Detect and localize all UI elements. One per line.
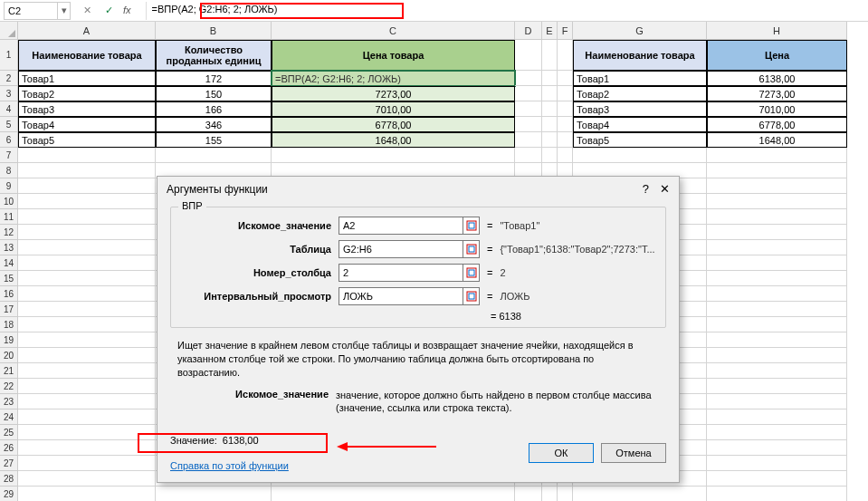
- cell-H4[interactable]: 7010,00: [707, 101, 847, 117]
- cell-A6[interactable]: Товар5: [18, 132, 156, 148]
- cell-F7[interactable]: [558, 148, 573, 163]
- row-header-10[interactable]: 10: [0, 194, 18, 209]
- row-header-13[interactable]: 13: [0, 240, 18, 255]
- cell-A28[interactable]: [18, 471, 156, 487]
- formula-input[interactable]: =ВПР(A2; G2:H6; 2; ЛОЖЬ): [146, 2, 868, 20]
- cell-H24[interactable]: [707, 409, 847, 425]
- cell-A17[interactable]: [18, 302, 156, 317]
- row-header-26[interactable]: 26: [0, 440, 18, 456]
- cell-C5[interactable]: 6778,00: [272, 117, 515, 132]
- cell-A10[interactable]: [18, 194, 156, 209]
- select-all-corner[interactable]: [0, 22, 18, 40]
- cell-A9[interactable]: [18, 178, 156, 194]
- col-header-C[interactable]: C: [272, 22, 515, 40]
- cell-A2[interactable]: Товар1: [18, 71, 156, 86]
- row-header-8[interactable]: 8: [0, 163, 18, 178]
- cell-G2[interactable]: Товар1: [573, 71, 707, 86]
- row-header-3[interactable]: 3: [0, 86, 18, 101]
- cell-H1[interactable]: Цена: [707, 40, 847, 71]
- cell-F6[interactable]: [558, 132, 573, 148]
- cell-B2[interactable]: 172: [156, 71, 272, 86]
- row-header-9[interactable]: 9: [0, 178, 18, 194]
- cell-H21[interactable]: [707, 363, 847, 379]
- row-header-4[interactable]: 4: [0, 101, 18, 117]
- cell-G29[interactable]: [573, 487, 707, 501]
- cell-A22[interactable]: [18, 379, 156, 394]
- ok-button[interactable]: ОК: [529, 443, 594, 463]
- row-header-2[interactable]: 2: [0, 71, 18, 86]
- col-header-D[interactable]: D: [515, 22, 542, 40]
- cell-A29[interactable]: [18, 487, 156, 501]
- row-header-17[interactable]: 17: [0, 302, 18, 317]
- cell-A20[interactable]: [18, 348, 156, 363]
- row-header-20[interactable]: 20: [0, 348, 18, 363]
- cell-D29[interactable]: [515, 487, 542, 501]
- cell-C6[interactable]: 1648,00: [272, 132, 515, 148]
- col-header-G[interactable]: G: [573, 22, 707, 40]
- row-header-23[interactable]: 23: [0, 394, 18, 409]
- cell-A19[interactable]: [18, 332, 156, 348]
- cell-G7[interactable]: [573, 148, 707, 163]
- cell-E5[interactable]: [542, 117, 558, 132]
- cell-H25[interactable]: [707, 425, 847, 440]
- row-header-18[interactable]: 18: [0, 317, 18, 332]
- cell-A14[interactable]: [18, 255, 156, 271]
- cell-B4[interactable]: 166: [156, 101, 272, 117]
- cell-A11[interactable]: [18, 209, 156, 225]
- range-picker-icon[interactable]: [463, 217, 480, 235]
- row-header-14[interactable]: 14: [0, 255, 18, 271]
- cell-H12[interactable]: [707, 225, 847, 240]
- cell-D4[interactable]: [515, 101, 542, 117]
- cell-A18[interactable]: [18, 317, 156, 332]
- cell-C4[interactable]: 7010,00: [272, 101, 515, 117]
- cell-H9[interactable]: [707, 178, 847, 194]
- cell-H7[interactable]: [707, 148, 847, 163]
- cell-A1[interactable]: Наименование товара: [18, 40, 156, 71]
- dialog-close-icon[interactable]: ✕: [660, 182, 670, 196]
- cell-A8[interactable]: [18, 163, 156, 178]
- cell-H11[interactable]: [707, 209, 847, 225]
- cell-E7[interactable]: [542, 148, 558, 163]
- cell-B5[interactable]: 346: [156, 117, 272, 132]
- cell-H10[interactable]: [707, 194, 847, 209]
- cell-H8[interactable]: [707, 163, 847, 178]
- cell-E1[interactable]: [542, 40, 558, 71]
- range-picker-icon[interactable]: [463, 240, 480, 258]
- cell-H15[interactable]: [707, 271, 847, 286]
- cell-H5[interactable]: 6778,00: [707, 117, 847, 132]
- accept-formula-icon[interactable]: ✓: [101, 5, 116, 16]
- cell-B6[interactable]: 155: [156, 132, 272, 148]
- cell-F4[interactable]: [558, 101, 573, 117]
- row-header-6[interactable]: 6: [0, 132, 18, 148]
- cell-G3[interactable]: Товар2: [573, 86, 707, 101]
- help-link[interactable]: Справка по этой функции: [170, 460, 289, 471]
- cell-A16[interactable]: [18, 286, 156, 302]
- cancel-formula-icon[interactable]: ✕: [80, 5, 94, 16]
- cell-H20[interactable]: [707, 348, 847, 363]
- cell-H23[interactable]: [707, 394, 847, 409]
- col-header-E[interactable]: E: [542, 22, 558, 40]
- cell-E2[interactable]: [542, 71, 558, 86]
- cell-E6[interactable]: [542, 132, 558, 148]
- col-header-A[interactable]: A: [18, 22, 156, 40]
- cell-A24[interactable]: [18, 409, 156, 425]
- cell-D6[interactable]: [515, 132, 542, 148]
- cell-H29[interactable]: [707, 487, 847, 501]
- row-header-21[interactable]: 21: [0, 363, 18, 379]
- cell-H13[interactable]: [707, 240, 847, 255]
- row-header-19[interactable]: 19: [0, 332, 18, 348]
- cell-A13[interactable]: [18, 240, 156, 255]
- cell-B29[interactable]: [156, 487, 272, 501]
- row-header-25[interactable]: 25: [0, 425, 18, 440]
- cell-G4[interactable]: Товар3: [573, 101, 707, 117]
- cell-H16[interactable]: [707, 286, 847, 302]
- row-header-16[interactable]: 16: [0, 286, 18, 302]
- cell-B3[interactable]: 150: [156, 86, 272, 101]
- col-header-F[interactable]: F: [558, 22, 573, 40]
- cell-F1[interactable]: [558, 40, 573, 71]
- name-box[interactable]: C2: [4, 2, 58, 20]
- cell-E4[interactable]: [542, 101, 558, 117]
- cell-D2[interactable]: [515, 71, 542, 86]
- cell-B1[interactable]: Количество проданных единиц: [156, 40, 272, 71]
- row-header-15[interactable]: 15: [0, 271, 18, 286]
